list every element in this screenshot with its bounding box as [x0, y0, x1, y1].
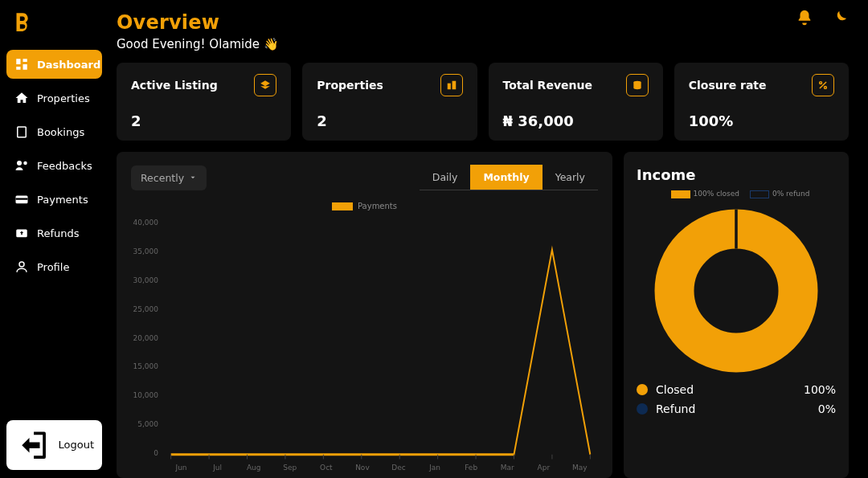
income-panel: Income 100% closed 0% refund Closed 100% [624, 152, 849, 478]
svg-point-16 [824, 86, 826, 88]
card-value: 2 [317, 112, 462, 129]
dot-refund [637, 403, 648, 415]
dropdown-label: Recently [141, 172, 184, 184]
legend-label: Payments [358, 202, 397, 210]
sidebar-item-feedbacks[interactable]: Feedbacks [6, 151, 102, 180]
interval-tabs: Daily Monthly Yearly [420, 165, 598, 190]
svg-rect-11 [447, 84, 450, 90]
sidebar-item-dashboard[interactable]: Dashboard [6, 50, 102, 79]
svg-point-15 [820, 82, 822, 84]
donut-legend: 100% closed 0% refund [637, 190, 836, 198]
tab-yearly[interactable]: Yearly [542, 165, 598, 190]
payments-chart-panel: Recently Daily Monthly Yearly Payments 4… [117, 152, 612, 478]
svg-rect-2 [23, 64, 27, 70]
chart-legend: Payments [131, 202, 598, 210]
chevron-down-icon [189, 174, 197, 182]
money-icon [626, 74, 649, 96]
svg-rect-3 [16, 67, 20, 70]
logout-icon [14, 427, 50, 463]
svg-rect-4 [18, 127, 27, 137]
refund-icon [14, 226, 29, 240]
card-icon [14, 192, 29, 206]
svg-point-10 [19, 262, 24, 267]
legend-closed-label: 100% closed [694, 190, 740, 198]
home-icon [14, 91, 29, 105]
percent-icon [812, 74, 834, 96]
sidebar-item-label: Properties [37, 92, 90, 104]
card-value: 2 [131, 112, 276, 129]
svg-rect-1 [23, 59, 27, 62]
page-greeting: Good Evening! Olamide 👋 [117, 37, 849, 51]
tab-monthly[interactable]: Monthly [470, 165, 542, 190]
legend-refund-label: 0% refund [772, 190, 809, 198]
stat-cards: Active Listing 2 Properties 2 Total Reve… [117, 63, 849, 141]
sidebar-item-properties[interactable]: Properties [6, 84, 102, 112]
sidebar-item-profile[interactable]: Profile [6, 252, 102, 281]
svg-rect-8 [16, 198, 28, 200]
svg-line-14 [820, 82, 826, 88]
page-header: Overview Good Evening! Olamide 👋 [117, 11, 849, 51]
card-total-revenue: Total Revenue ₦ 36,000 [489, 63, 663, 141]
sidebar-item-label: Dashboard [37, 59, 100, 71]
sidebar-item-label: Profile [37, 261, 69, 273]
logout-button[interactable]: Logout [6, 420, 102, 470]
row-value: 100% [804, 383, 836, 396]
dashboard-icon [14, 57, 29, 71]
card-label: Total Revenue [503, 79, 592, 92]
card-properties: Properties 2 [302, 63, 477, 141]
row-label: Closed [656, 383, 796, 396]
x-axis: JunJulAugSepOctNovDecJanFebMarAprMay [163, 460, 598, 472]
sidebar-item-bookings[interactable]: Bookings [6, 117, 102, 146]
feedback-icon [14, 158, 29, 173]
card-label: Properties [317, 79, 383, 92]
main-content: Overview Good Evening! Olamide 👋 Active … [108, 0, 868, 478]
card-value: 100% [689, 112, 834, 129]
layers-icon [254, 74, 276, 96]
user-icon [14, 259, 29, 274]
book-icon [14, 125, 29, 139]
legend-swatch-refund [750, 190, 769, 198]
recently-dropdown[interactable]: Recently [131, 165, 207, 190]
sidebar-item-refunds[interactable]: Refunds [6, 219, 102, 247]
card-label: Active Listing [131, 79, 218, 92]
dot-closed [637, 384, 648, 395]
income-title: Income [637, 166, 836, 183]
moon-icon[interactable] [831, 9, 849, 27]
income-rows: Closed 100% Refund 0% [637, 383, 836, 415]
y-axis: 40,00035,00030,00025,00020,00015,00010,0… [131, 215, 163, 472]
sidebar-item-label: Bookings [37, 126, 84, 138]
card-closure-rate: Closure rate 100% [674, 63, 849, 141]
card-active-listing: Active Listing 2 [117, 63, 291, 141]
card-value: ₦ 36,000 [503, 112, 649, 129]
row-value: 0% [818, 402, 836, 415]
logo-icon [11, 11, 32, 32]
sidebar-item-label: Payments [37, 194, 88, 206]
buildings-icon [440, 74, 463, 96]
legend-swatch [332, 202, 353, 210]
chart-plot: JunJulAugSepOctNovDecJanFebMarAprMay [163, 215, 598, 472]
bell-icon[interactable] [796, 9, 813, 27]
sidebar-item-payments[interactable]: Payments [6, 185, 102, 214]
nav: Dashboard Properties Bookings Feedbacks … [6, 50, 102, 281]
legend-swatch-closed [671, 190, 690, 198]
sidebar-item-label: Feedbacks [37, 160, 92, 172]
card-label: Closure rate [689, 79, 767, 92]
donut-chart [637, 203, 836, 383]
sidebar: Dashboard Properties Bookings Feedbacks … [0, 0, 108, 478]
svg-rect-0 [16, 59, 20, 64]
income-row-closed: Closed 100% [637, 383, 836, 396]
sidebar-item-label: Refunds [37, 227, 80, 239]
line-chart [163, 215, 598, 460]
svg-rect-12 [452, 81, 456, 90]
svg-point-6 [23, 161, 27, 165]
svg-point-5 [17, 161, 22, 165]
tab-daily[interactable]: Daily [420, 165, 471, 190]
row-label: Refund [656, 402, 810, 415]
page-title: Overview [117, 11, 849, 34]
income-row-refund: Refund 0% [637, 402, 836, 415]
logout-label: Logout [58, 439, 94, 451]
